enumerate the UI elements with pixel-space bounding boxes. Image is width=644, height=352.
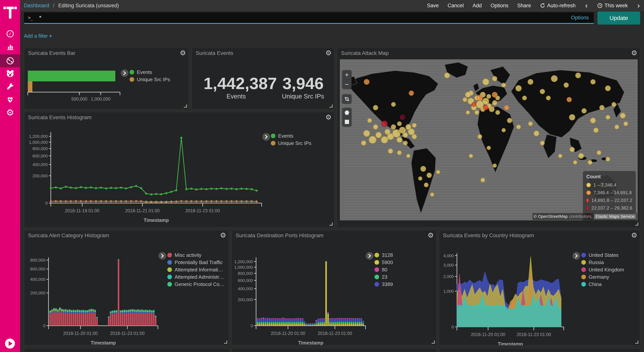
sidebar-expand-button[interactable] [5, 338, 15, 348]
legend-item[interactable]: Events [271, 132, 311, 139]
panel-resize-handle[interactable] [330, 104, 332, 107]
draw-polygon-button[interactable] [342, 108, 352, 117]
osm-link[interactable]: © OpenStreetMap [534, 214, 568, 219]
crop-icon[interactable] [342, 94, 352, 104]
sidebar-item-hunt[interactable] [0, 67, 20, 80]
panel-attack-map: Suricata Attack Map ⚙ [337, 48, 640, 227]
legend-collapse-button[interactable] [572, 252, 580, 260]
query-options-link[interactable]: Options [571, 15, 589, 21]
breadcrumb-dashboard-link[interactable]: Dashboard [24, 3, 49, 9]
time-range-button[interactable]: This week [597, 3, 628, 9]
chevron-right-icon [574, 254, 578, 258]
chart-legend[interactable]: United StatesRussiaUnited KingdomGermany… [581, 251, 624, 288]
svg-text:3,000: 3,000 [443, 263, 454, 268]
metric-label: Events [204, 93, 269, 100]
legend-label: Events [137, 69, 152, 75]
svg-text:500,000: 500,000 [71, 97, 87, 102]
panel-resize-handle[interactable] [224, 340, 227, 343]
svg-text:2018-11-20 01:00: 2018-11-20 01:00 [471, 332, 506, 337]
chart-legend[interactable]: EventsUnique Src IPs [271, 132, 311, 147]
legend-color-dot [374, 267, 379, 272]
legend-item[interactable]: Attempted Informati… [167, 266, 224, 273]
sidebar-item-visualize[interactable] [0, 40, 20, 53]
auto-refresh-button[interactable]: Auto-refresh [540, 3, 576, 9]
share-button[interactable]: Share [517, 3, 531, 9]
chart-legend[interactable]: EventsUnique Src IPs [130, 69, 170, 83]
legend-item[interactable]: Generic Protocol Co… [167, 281, 224, 288]
draw-rectangle-button[interactable] [342, 117, 352, 126]
legend-item[interactable]: 3389 [374, 281, 393, 288]
panel-gear-icon[interactable]: ⚙ [326, 49, 332, 57]
panel-resize-handle[interactable] [184, 104, 187, 107]
sidebar-item-monitoring[interactable] [0, 93, 20, 106]
legend-collapse-button[interactable] [158, 252, 166, 260]
legend-collapse-button[interactable] [262, 133, 270, 141]
panel-resize-handle[interactable] [330, 223, 332, 226]
zoom-out-button[interactable]: − [342, 79, 352, 89]
legend-item[interactable]: 80 [374, 266, 393, 273]
legend-color-dot [374, 275, 379, 279]
ems-link[interactable]: Elastic Maps Service [594, 214, 636, 219]
time-back-button[interactable]: ‹ [584, 2, 588, 9]
legend-label: Unique Src IPs [278, 140, 311, 146]
svg-text:200,000: 200,000 [30, 291, 46, 295]
save-button[interactable]: Save [427, 3, 439, 9]
legend-item[interactable]: Events [130, 69, 170, 76]
legend-label: 3389 [382, 281, 393, 287]
legend-item[interactable]: Germany [581, 273, 624, 281]
panel-resize-handle[interactable] [635, 340, 638, 343]
legend-collapse-button[interactable] [366, 252, 373, 260]
chart-legend[interactable]: Misc activityPotentially Bad TrafficAtte… [167, 251, 224, 288]
svg-text:800,000: 800,000 [32, 146, 48, 151]
legend-item[interactable]: Unique Src IPs [271, 139, 311, 147]
sidebar-item-management[interactable]: ⚙ [0, 106, 20, 119]
cancel-button[interactable]: Cancel [448, 3, 464, 9]
tmobile-t-icon [2, 3, 18, 20]
add-button[interactable]: Add [472, 3, 482, 9]
legend-item[interactable]: United States [581, 251, 624, 259]
legend-item[interactable]: 3128 [374, 251, 393, 259]
map-crop-control [342, 94, 352, 104]
panel-resize-handle[interactable] [432, 340, 435, 343]
legend-label: Attempted Administr… [174, 274, 224, 280]
plus-icon: + [49, 33, 52, 39]
legend-item[interactable]: China [581, 281, 624, 288]
svg-text:800,000: 800,000 [238, 271, 253, 276]
panel-resize-handle[interactable] [635, 223, 638, 226]
legend-label: 14,691.8 – 22,037.2 [591, 198, 632, 203]
legend-color-dot [167, 282, 172, 287]
panel-gear-icon[interactable]: ⚙ [631, 49, 637, 57]
map-legend-item: 14,691.8 – 22,037.2 [586, 197, 632, 204]
zoom-in-button[interactable]: + [342, 70, 352, 79]
events-line-chart[interactable]: 0200,000400,000600,000800,0001,000,0001,… [24, 112, 334, 227]
add-filter-link[interactable]: Add a filter + [24, 33, 52, 39]
legend-title: Count [586, 174, 632, 180]
legend-item[interactable]: United Kingdom [581, 266, 624, 273]
legend-item[interactable]: Russia [581, 259, 624, 266]
sidebar-item-dashboard[interactable] [0, 54, 20, 67]
gear-icon: ⚙ [6, 107, 14, 118]
svg-text:4,000: 4,000 [443, 253, 454, 258]
legend-item[interactable]: 5900 [374, 259, 393, 266]
query-bar[interactable]: >_ * Options [24, 12, 594, 24]
legend-item[interactable]: Unique Src IPs [130, 76, 170, 83]
world-map[interactable]: + − Count 1 – 7,346.47,346.4 – 14,691.81… [340, 59, 638, 220]
destination-ports-chart[interactable]: 0200,000400,000600,000800,0001,000,0001,… [232, 230, 436, 345]
svg-text:400,000: 400,000 [30, 277, 46, 282]
query-input[interactable]: * [39, 14, 571, 21]
legend-item[interactable]: Potentially Bad Traffic [167, 259, 224, 266]
chevron-right-icon [264, 135, 268, 139]
update-button[interactable]: Update [598, 12, 640, 25]
legend-label: Attempted Informati… [174, 267, 223, 273]
options-button[interactable]: Options [490, 3, 508, 9]
legend-item[interactable]: Misc activity [167, 251, 224, 259]
legend-item[interactable]: 23 [374, 273, 393, 281]
sidebar-item-discover[interactable] [0, 27, 20, 40]
legend-label: 3128 [382, 252, 393, 258]
metric-value: 3,946 [274, 75, 332, 92]
legend-item[interactable]: Attempted Administr… [167, 273, 224, 281]
sidebar-item-dev-tools[interactable] [0, 80, 20, 93]
legend-collapse-button[interactable] [121, 69, 128, 77]
time-forward-button[interactable]: › [636, 2, 640, 9]
chart-legend[interactable]: 3128590080233389 [374, 251, 393, 288]
